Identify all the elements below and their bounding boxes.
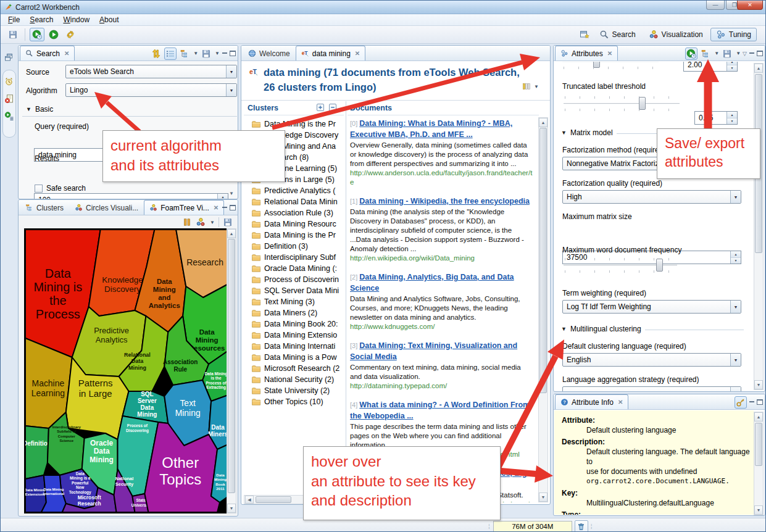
document-url[interactable]: http://datamining.typepad.com/ [350,381,534,391]
foamtree-scrollbar[interactable]: ▲ ▼ [227,228,236,513]
multilingual-clustering-section[interactable]: ▼Multilingual clustering [561,325,744,333]
cluster-tree-item[interactable]: Text Mining (3) [243,296,344,307]
default-clustering-language-combo[interactable]: English▼ [562,353,741,367]
minimize-view-icon[interactable] [222,51,228,56]
cluster-tree-item[interactable]: Definition (3) [243,241,344,252]
close-tab-icon[interactable]: ✕ [355,50,360,57]
attributes-scrollbar[interactable]: ▲ ▼ [754,63,764,390]
run-button[interactable] [46,28,61,41]
basic-section-header[interactable]: ▼Basic [26,105,237,114]
save-attributes-button[interactable] [721,48,733,60]
live-update-button[interactable] [685,48,697,60]
cluster-tree-item[interactable]: State University (2) [243,385,344,396]
menu-search[interactable]: Search [25,15,58,25]
scroll-down-icon[interactable]: ▼ [754,380,763,389]
scroll-up-icon[interactable]: ▲ [539,118,547,127]
color-scheme-menu[interactable]: ▼ [210,220,215,225]
cluster-tree-item[interactable]: Data Mining is a Pow [243,352,344,363]
layout-columns-icon[interactable] [522,81,531,91]
expand-all-icon[interactable] [315,102,325,112]
tab-clusters-viz[interactable]: Clusters [20,200,69,215]
tab-circles[interactable]: Circles Visuali... [69,200,144,215]
cluster-tree-item[interactable]: Data Mining Resourc [243,218,344,230]
stepper[interactable]: ▲▼ [726,112,737,124]
save-button[interactable] [6,28,20,41]
scroll-down-icon[interactable]: ▼ [227,504,236,513]
truncated-label-threshold-slider[interactable] [562,96,681,111]
scroll-down-icon[interactable]: ▼ [229,191,234,196]
tab-attributes[interactable]: Attributes✕ [555,46,618,60]
language-aggregation-combo[interactable]: ▼ [562,386,741,391]
error-log-view-icon[interactable] [4,94,14,104]
perspective-visualization[interactable]: Visualization [643,28,709,41]
restore-panes-icon[interactable] [4,52,14,62]
document-title-link[interactable]: Data Mining: Text Mining, Visualization … [350,341,517,361]
save-attributes-menu[interactable]: ▼ [736,51,741,56]
pause-icon[interactable] [182,217,192,227]
restart-button[interactable] [63,28,78,41]
term-weighting-combo[interactable]: Log Tf Idf Term Weighting▼ [562,300,741,314]
tab-welcome[interactable]: Welcome [243,46,296,60]
cluster-tree-item[interactable]: Data Mining Extensio [243,330,344,341]
cluster-tree-item[interactable]: Process of Discoverin [243,274,344,285]
scroll-left-icon[interactable]: ◀ [245,496,254,504]
scroll-down-icon[interactable]: ▼ [539,493,547,502]
cluster-tree-item[interactable]: Predictive Analytics ( [243,185,344,196]
close-tab-icon[interactable]: ✕ [618,399,623,405]
scroll-up-icon[interactable]: ▲ [754,412,763,422]
foamtree-canvas[interactable]: DataMining istheProcessKnowledgeDiscover… [24,228,230,513]
menu-window[interactable]: Window [58,15,94,25]
cluster-tree-item[interactable]: Data Mining is the Pr [243,230,344,241]
menu-file[interactable]: File [3,15,25,25]
phrase-label-boost-input[interactable]: 2.00▲▼ [683,62,738,72]
stepper[interactable]: ▲▼ [730,251,741,264]
document-title-link[interactable]: What is data mining? - A Word Definition… [350,401,530,420]
open-perspective-button[interactable] [577,28,592,41]
layout-menu[interactable]: ▼ [534,84,539,89]
max-word-doc-frequency-slider[interactable] [562,258,678,273]
tree-layout-menu[interactable]: ▼ [193,51,198,56]
attribute-grouping-button[interactable] [699,48,712,60]
drag-handle[interactable]: ⁞ [488,523,491,530]
collapse-all-icon[interactable] [328,102,338,112]
benchmark-view-icon[interactable] [4,77,14,86]
factorization-quality-combo[interactable]: High▼ [562,190,741,204]
cluster-tree-item[interactable]: Relational Data Minin [243,196,344,207]
tab-attribute-info[interactable]: ?Attribute Info✕ [555,394,628,409]
cluster-tree-item[interactable]: Interdisciplinary Subf [243,252,344,263]
cluster-tree-item[interactable]: Data Miners (2) [243,307,344,318]
minimize-view-icon[interactable] [222,205,228,210]
maximize-view-icon[interactable] [230,205,236,210]
title-bar[interactable]: Carrot2 Workbench — ❐ ✕ [1,1,765,14]
minimize-button[interactable]: — [706,1,725,10]
document-url[interactable]: http://en.wikipedia.org/wiki/Data_mining [350,254,534,263]
experiments-view-icon[interactable] [4,111,14,121]
tab-search[interactable]: Search✕ [20,46,75,60]
results-input[interactable]: 100 ▲▼ [34,193,228,199]
link-attribute-button[interactable] [735,396,747,409]
swap-source-button[interactable] [150,48,162,60]
scroll-up-icon[interactable]: ▲ [754,64,763,73]
document-url[interactable]: http://www.kdnuggets.com/ [350,322,534,331]
maximize-view-icon[interactable] [757,51,763,56]
tab-data-mining[interactable]: eTdata mining✕ [296,46,365,60]
cluster-tree-item[interactable]: Association Rule (3) [243,207,344,218]
run-scheduled-button[interactable] [30,28,44,41]
algorithm-combo[interactable]: Lingo▼ [65,83,237,97]
safe-search-checkbox[interactable] [35,185,43,193]
documents-scrollbar[interactable]: ▲ ▼ [538,117,548,502]
garbage-collect-button[interactable] [575,520,588,532]
minimize-view-icon[interactable] [749,51,755,56]
cluster-tree-item[interactable]: National Security (2) [243,374,344,385]
tab-foamtree[interactable]: FoamTree Vi...✕ [144,200,224,215]
cluster-tree-item[interactable]: Data Mining is the Pr [243,118,344,130]
tree-layout-button[interactable] [178,48,191,60]
document-title-link[interactable]: Data Mining, Analytics, Big Data, and Da… [350,273,514,293]
attribute-info-scrollbar[interactable]: ▲ ▼ [754,412,764,515]
view-menu-icon[interactable]: ▽ [743,51,747,57]
close-tab-icon[interactable]: ✕ [607,50,612,57]
scroll-up-icon[interactable]: ▲ [227,229,236,238]
close-tab-icon[interactable]: ✕ [64,50,69,57]
source-combo[interactable]: eTools Web Search▼ [65,65,237,78]
cluster-tree-item[interactable]: Microsoft Research (2 [243,363,344,374]
